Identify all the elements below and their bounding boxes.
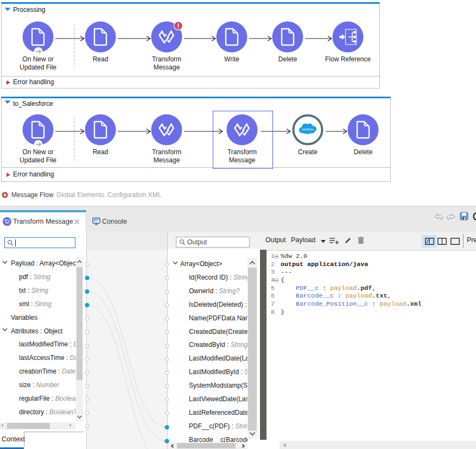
svg-text:salesforce: salesforce [302, 128, 314, 131]
